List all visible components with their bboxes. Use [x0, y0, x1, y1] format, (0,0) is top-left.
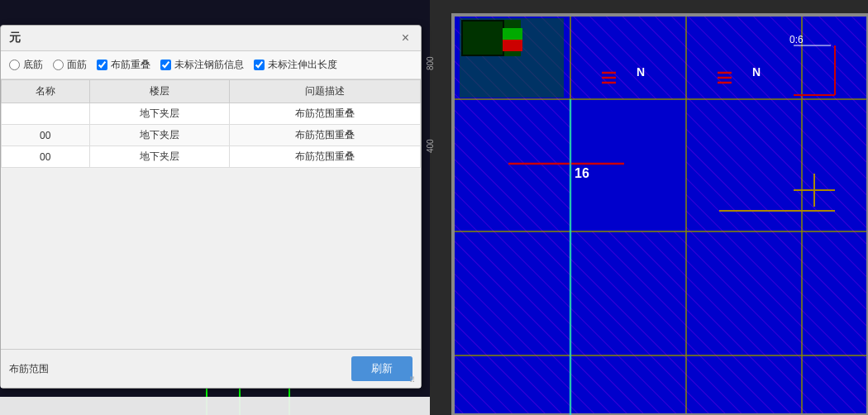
svg-rect-29 [453, 355, 570, 415]
svg-rect-36 [463, 21, 503, 55]
svg-rect-32 [802, 355, 868, 415]
no-label-checkbox[interactable] [160, 60, 171, 70]
svg-rect-61 [0, 397, 430, 415]
svg-text:0:6: 0:6 [789, 34, 804, 45]
table-body: 地下夹层 布筋范围重叠 00 地下夹层 布筋范围重叠 00 地下夹层 布筋范围重… [2, 103, 421, 168]
svg-text:16: 16 [575, 166, 589, 180]
svg-rect-39 [503, 28, 522, 40]
table-row[interactable]: 00 地下夹层 布筋范围重叠 [2, 146, 421, 168]
dialog-titlebar: 元 × [1, 26, 421, 51]
svg-rect-27 [686, 231, 802, 355]
overlap-checkbox[interactable] [97, 60, 107, 70]
top-rebar-radio-label[interactable]: 面筋 [53, 58, 87, 72]
svg-text:N: N [637, 65, 645, 79]
svg-rect-19 [570, 15, 686, 99]
bottom-rebar-label: 底筋 [23, 58, 43, 72]
col-header-floor: 楼层 [89, 80, 229, 103]
table-row[interactable]: 00 地下夹层 布筋范围重叠 [2, 125, 421, 146]
cell-name-0 [2, 103, 90, 125]
cell-floor-2: 地下夹层 [89, 146, 229, 168]
bottom-rebar-radio-label[interactable]: 底筋 [9, 58, 43, 72]
overlap-checkbox-label[interactable]: 布筋重叠 [97, 58, 150, 72]
bottom-rebar-radio[interactable] [9, 60, 20, 70]
no-label-checkbox-label[interactable]: 未标注钢筋信息 [160, 58, 244, 72]
no-label-label: 未标注钢筋信息 [174, 58, 244, 72]
svg-rect-31 [686, 355, 802, 415]
issue-table: 名称 楼层 问题描述 地下夹层 布筋范围重叠 00 地下夹层 布筋范围重叠 00 [1, 79, 421, 168]
svg-rect-3 [453, 0, 868, 15]
top-rebar-label: 面筋 [67, 58, 87, 72]
svg-rect-26 [570, 231, 686, 355]
svg-text:400: 400 [426, 139, 435, 153]
cell-issue-1: 布筋范围重叠 [229, 125, 420, 146]
cell-issue-0: 布筋范围重叠 [229, 103, 420, 125]
svg-rect-22 [453, 99, 570, 231]
no-extend-checkbox-label[interactable]: 未标注伸出长度 [254, 58, 337, 72]
table-header: 名称 楼层 问题描述 [2, 80, 421, 103]
dialog-footer: 布筋范围 刷新 ⠿ [1, 349, 421, 388]
footer-label: 布筋范围 [9, 362, 49, 376]
cell-name-2: 00 [2, 146, 90, 168]
table-container: 名称 楼层 问题描述 地下夹层 布筋范围重叠 00 地下夹层 布筋范围重叠 00 [1, 79, 421, 349]
filter-bar: 底筋 面筋 布筋重叠 未标注钢筋信息 未标注伸出长度 [1, 51, 421, 79]
close-button[interactable]: × [398, 31, 413, 45]
svg-text:800: 800 [426, 56, 435, 70]
table-row[interactable]: 地下夹层 布筋范围重叠 [2, 103, 421, 125]
no-extend-checkbox[interactable] [254, 60, 265, 70]
cell-floor-1: 地下夹层 [89, 125, 229, 146]
overlap-label: 布筋重叠 [111, 58, 150, 72]
refresh-button[interactable]: 刷新 [351, 356, 413, 381]
svg-rect-25 [453, 231, 570, 355]
no-extend-label: 未标注伸出长度 [268, 58, 337, 72]
svg-rect-30 [570, 355, 686, 415]
top-rebar-radio[interactable] [53, 60, 64, 70]
svg-text:N: N [752, 65, 761, 79]
col-header-name: 名称 [2, 80, 90, 103]
svg-rect-20 [686, 15, 802, 99]
cell-issue-2: 布筋范围重叠 [229, 146, 420, 168]
cell-floor-0: 地下夹层 [89, 103, 229, 125]
cell-name-1: 00 [2, 125, 90, 146]
resize-handle[interactable]: ⠿ [409, 376, 419, 386]
col-header-issue: 问题描述 [229, 80, 420, 103]
dialog-window: 元 × 底筋 面筋 布筋重叠 未标注钢筋信息 未标注伸出长度 名称 [0, 25, 422, 389]
dialog-title: 元 [9, 31, 21, 45]
svg-rect-28 [802, 231, 868, 355]
